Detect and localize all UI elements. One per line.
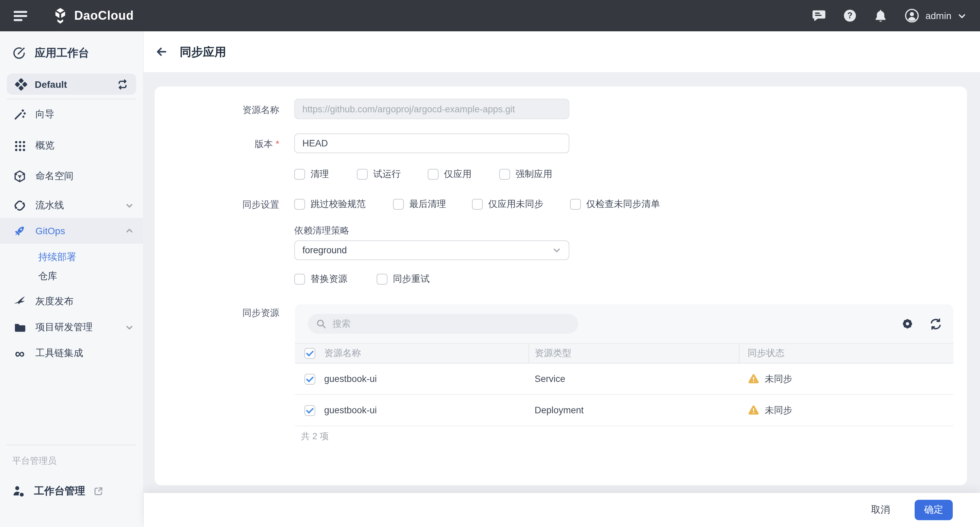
- search-input[interactable]: [331, 318, 570, 330]
- warning-icon: [748, 374, 759, 384]
- sidebar-item-label: 概览: [35, 140, 134, 152]
- settings-icon[interactable]: [901, 317, 914, 330]
- user-menu[interactable]: admin: [904, 8, 966, 23]
- infinity-icon: ∞: [13, 349, 27, 358]
- chevron-down-icon: [958, 11, 966, 20]
- daocloud-logo-icon: [52, 7, 68, 24]
- option-apply-only[interactable]: 仅应用: [428, 168, 472, 181]
- resource-name-label: 资源名称: [242, 104, 279, 116]
- checkbox: [472, 199, 483, 210]
- resources-table: 资源名称 资源类型 同步状态 guestbook-ui Service 未同步: [295, 343, 953, 426]
- checkbox: [294, 169, 305, 180]
- checkbox: [377, 274, 388, 285]
- option-replace-resource[interactable]: 替换资源: [294, 273, 347, 285]
- sidebar-divider: [7, 444, 136, 445]
- folder-icon: [13, 321, 27, 334]
- app-window: DaoCloud ? admin: [0, 0, 980, 527]
- menu-icon[interactable]: [14, 8, 27, 23]
- sidebar-item-label: 工具链集成: [35, 347, 134, 359]
- select-all-checkbox[interactable]: [304, 348, 315, 359]
- checkbox: [294, 274, 305, 285]
- sidebar-item-label: 灰度发布: [35, 295, 134, 308]
- compose-icon: [12, 45, 26, 61]
- resources-toolbar: [295, 304, 953, 343]
- switch-workspace-icon[interactable]: [116, 78, 129, 90]
- pipeline-icon: [13, 199, 27, 213]
- external-link-icon: [93, 486, 103, 496]
- confirm-button[interactable]: 确定: [915, 500, 953, 520]
- sidebar-item-overview[interactable]: 概览: [0, 133, 143, 159]
- feedback-icon[interactable]: [812, 9, 826, 22]
- sidebar-item-continuous-deploy[interactable]: 持续部署: [0, 248, 143, 267]
- svg-text:?: ?: [847, 11, 852, 20]
- sidebar-item-pipeline[interactable]: 流水线: [0, 193, 143, 219]
- column-header: 资源名称: [324, 347, 361, 359]
- row-checkbox[interactable]: [304, 405, 315, 416]
- checkbox: [428, 169, 439, 180]
- option-sync-retry[interactable]: 同步重试: [377, 273, 430, 285]
- help-icon[interactable]: ?: [843, 9, 857, 22]
- sidebar-item-workbench-admin[interactable]: 工作台管理: [0, 481, 143, 500]
- workspace-title: 应用工作台: [35, 46, 89, 60]
- top-bar: DaoCloud ? admin: [0, 0, 980, 31]
- resource-name: guestbook-ui: [324, 374, 377, 384]
- checkbox: [499, 169, 510, 180]
- sidebar-item-label: 持续部署: [38, 251, 76, 264]
- sidebar-item-canary-release[interactable]: 灰度发布: [0, 289, 143, 314]
- sidebar-item-wizard[interactable]: 向导: [0, 102, 143, 127]
- grid-icon: [13, 139, 27, 152]
- sidebar-item-namespace[interactable]: 命名空间: [0, 163, 143, 189]
- sidebar-item-label: 流水线: [35, 200, 116, 212]
- column-header: 资源类型: [535, 347, 571, 359]
- option-force-apply[interactable]: 强制应用: [499, 168, 552, 181]
- prune-policy-label: 依赖清理策略: [294, 225, 349, 237]
- status-badge: 未同步: [765, 373, 792, 385]
- workspace-name: Default: [35, 79, 110, 89]
- sidebar-item-label: 向导: [35, 108, 134, 121]
- workspace-selector[interactable]: Default: [7, 73, 136, 95]
- table-header: 资源名称 资源类型 同步状态: [295, 343, 953, 364]
- avatar: [904, 8, 920, 23]
- option-dry-run[interactable]: 试运行: [357, 168, 401, 181]
- sidebar-item-label: 项目研发管理: [35, 321, 116, 333]
- table-row[interactable]: guestbook-ui Deployment 未同步: [295, 395, 953, 426]
- back-button[interactable]: [154, 45, 168, 59]
- chevron-down-icon: [125, 202, 134, 210]
- sidebar-item-toolchain[interactable]: ∞ 工具链集成: [0, 340, 143, 366]
- username: admin: [926, 10, 951, 21]
- required-asterisk: *: [275, 139, 279, 149]
- option-skip-schema-validation[interactable]: 跳过校验规范: [294, 198, 366, 210]
- resource-type: Deployment: [535, 405, 584, 415]
- cancel-button[interactable]: 取消: [867, 503, 894, 517]
- wand-icon: [13, 108, 27, 121]
- prune-policy-select[interactable]: foreground: [294, 240, 570, 260]
- version-input[interactable]: [294, 133, 570, 153]
- checkbox: [570, 199, 581, 210]
- table-actions: [901, 304, 943, 343]
- brand-logo[interactable]: DaoCloud: [52, 7, 134, 24]
- refresh-icon[interactable]: [929, 317, 943, 330]
- sidebar-item-project-management[interactable]: 项目研发管理: [0, 314, 143, 340]
- page-title: 同步应用: [180, 44, 226, 60]
- resource-name: guestbook-ui: [324, 405, 377, 415]
- chevron-down-icon: [552, 246, 561, 255]
- row-checkbox[interactable]: [304, 373, 315, 384]
- option-apply-out-of-sync-only[interactable]: 仅应用未同步: [472, 198, 544, 210]
- notifications-icon[interactable]: [874, 8, 888, 23]
- sidebar-divider: [7, 99, 136, 99]
- option-prune-last[interactable]: 最后清理: [393, 198, 446, 210]
- sidebar-item-gitops[interactable]: GitOps: [0, 218, 143, 244]
- page-header: 同步应用: [144, 31, 980, 72]
- resource-name-input: [294, 99, 570, 119]
- checkbox: [357, 169, 368, 180]
- search-icon: [316, 319, 326, 329]
- sidebar-item-repository[interactable]: 仓库: [0, 267, 143, 286]
- checkbox: [393, 199, 404, 210]
- table-row[interactable]: guestbook-ui Service 未同步: [295, 364, 953, 395]
- option-check-unsynced-manifest[interactable]: 仅检查未同步清单: [570, 198, 660, 210]
- sync-resources-label: 同步资源: [242, 307, 279, 319]
- option-prune[interactable]: 清理: [294, 168, 329, 181]
- workspace-header: 应用工作台: [12, 45, 89, 61]
- brand-name: DaoCloud: [74, 8, 134, 23]
- search-box[interactable]: [308, 314, 578, 333]
